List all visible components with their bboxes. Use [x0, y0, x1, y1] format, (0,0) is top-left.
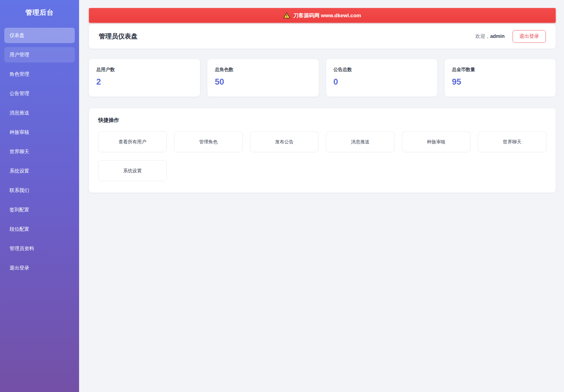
- stat-value: 2: [96, 77, 193, 87]
- sidebar-item[interactable]: 联系我们: [4, 183, 75, 198]
- sidebar-item-label: 消息推送: [10, 110, 29, 116]
- warning-icon: [283, 12, 290, 18]
- quick-actions-grid: 查看所有用户管理角色发布公告消息推送种族审核世界聊天系统设置: [98, 131, 546, 181]
- sidebar-item[interactable]: 管理员资料: [4, 241, 75, 256]
- sidebar-item-label: 系统设置: [10, 168, 29, 174]
- page-header: 管理员仪表盘 欢迎， admin 退出登录: [89, 24, 556, 49]
- quick-actions-panel: 快捷操作 查看所有用户管理角色发布公告消息推送种族审核世界聊天系统设置: [89, 108, 556, 193]
- notice-banner: 刀客源码网 www.dkewl.com: [89, 8, 556, 23]
- stat-label: 总金币数量: [452, 67, 548, 73]
- quick-action-button[interactable]: 发布公告: [250, 131, 319, 152]
- sidebar-item-label: 管理员资料: [10, 246, 34, 252]
- stat-card: 公告总数 0: [326, 59, 437, 97]
- sidebar-item-label: 联系我们: [10, 187, 29, 194]
- quick-action-button[interactable]: 世界聊天: [478, 131, 546, 152]
- stat-label: 总用户数: [96, 67, 193, 73]
- sidebar-item-label: 签到配置: [10, 207, 29, 213]
- stat-card: 总用户数 2: [89, 59, 200, 97]
- sidebar-item[interactable]: 仪表盘: [4, 28, 75, 43]
- sidebar-item[interactable]: 用户管理: [4, 47, 75, 62]
- sidebar-item[interactable]: 角色管理: [4, 66, 75, 82]
- sidebar-item[interactable]: 系统设置: [4, 163, 75, 179]
- sidebar-item[interactable]: 段位配置: [4, 222, 75, 237]
- quick-action-button[interactable]: 消息推送: [326, 131, 394, 152]
- quick-action-button[interactable]: 查看所有用户: [98, 131, 167, 152]
- stat-card: 总角色数 50: [207, 59, 318, 97]
- quick-action-button[interactable]: 系统设置: [98, 160, 167, 181]
- main-content: 刀客源码网 www.dkewl.com 管理员仪表盘 欢迎， admin 退出登…: [79, 0, 564, 392]
- sidebar-item-label: 仪表盘: [10, 32, 24, 39]
- sidebar-item-label: 种族审核: [10, 129, 29, 136]
- sidebar: 管理后台 仪表盘 用户管理 角色管理 公告管理 消息推送 种族审核 世界聊天 系…: [0, 0, 79, 392]
- sidebar-nav: 仪表盘 用户管理 角色管理 公告管理 消息推送 种族审核 世界聊天 系统设置 联…: [0, 28, 79, 276]
- sidebar-item[interactable]: 公告管理: [4, 86, 75, 101]
- sidebar-item-label: 世界聊天: [10, 149, 29, 155]
- sidebar-item[interactable]: 退出登录: [4, 260, 75, 276]
- sidebar-item-label: 段位配置: [10, 226, 29, 233]
- stats-row: 总用户数 2 总角色数 50 公告总数 0 总金币数量 95: [89, 59, 556, 97]
- stat-value: 95: [452, 77, 548, 87]
- sidebar-item-label: 公告管理: [10, 90, 29, 97]
- sidebar-item-label: 退出登录: [10, 265, 29, 271]
- sidebar-item-label: 角色管理: [10, 71, 29, 78]
- stat-card: 总金币数量 95: [445, 59, 556, 97]
- quick-action-button[interactable]: 种族审核: [402, 131, 470, 152]
- sidebar-item[interactable]: 消息推送: [4, 105, 75, 121]
- logout-button[interactable]: 退出登录: [513, 30, 546, 43]
- welcome-text: 欢迎，: [475, 33, 490, 40]
- sidebar-item[interactable]: 签到配置: [4, 202, 75, 218]
- stat-value: 0: [334, 77, 430, 87]
- quick-action-button[interactable]: 管理角色: [174, 131, 243, 152]
- stat-value: 50: [215, 77, 311, 87]
- stat-label: 公告总数: [334, 67, 430, 73]
- app-title: 管理后台: [0, 0, 79, 28]
- page-title: 管理员仪表盘: [99, 32, 138, 41]
- sidebar-item[interactable]: 世界聊天: [4, 144, 75, 159]
- header-right: 欢迎， admin 退出登录: [475, 30, 546, 43]
- stat-label: 总角色数: [215, 67, 311, 73]
- sidebar-item-label: 用户管理: [10, 52, 29, 58]
- notice-banner-text: 刀客源码网 www.dkewl.com: [293, 12, 361, 19]
- sidebar-item[interactable]: 种族审核: [4, 125, 75, 140]
- username: admin: [490, 34, 505, 39]
- quick-actions-title: 快捷操作: [98, 117, 546, 124]
